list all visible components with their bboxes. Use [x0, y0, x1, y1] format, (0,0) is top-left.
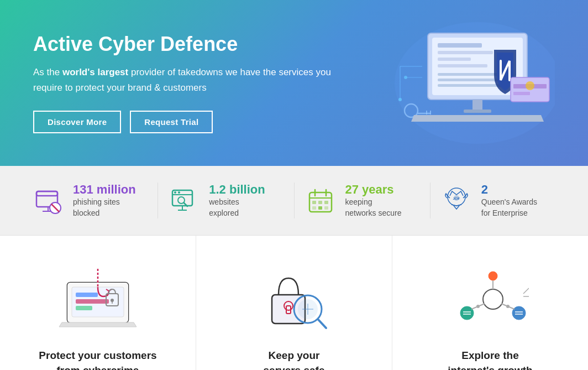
svg-point-20	[404, 76, 407, 79]
svg-rect-50	[324, 206, 328, 210]
svg-line-85	[523, 288, 529, 294]
hero-buttons: Discover More Request Trial	[33, 111, 354, 133]
stat-phishing-label: phishing sitesblocked	[73, 197, 120, 217]
stat-awards-label: Queen's Awardsfor Enterprise	[481, 197, 537, 217]
phishing-laptop-icon	[54, 263, 142, 335]
svg-point-79	[476, 305, 480, 308]
svg-rect-46	[318, 201, 322, 204]
svg-rect-48	[312, 206, 316, 210]
svg-point-35	[174, 191, 176, 194]
stat-phishing-number: 131 million	[73, 183, 136, 197]
svg-rect-3	[438, 43, 482, 48]
svg-line-69	[318, 320, 326, 328]
years-stat-icon	[306, 186, 335, 216]
stat-awards-text: 2 Queen's Awardsfor Enterprise	[481, 183, 537, 218]
card-servers: Keep yourservers safe	[196, 236, 392, 370]
svg-rect-45	[312, 201, 316, 204]
awards-stat-icon: JCIF	[442, 186, 471, 216]
lock-magnify-icon	[250, 263, 338, 335]
hero-subtitle: As the world's largest provider of taked…	[33, 65, 354, 95]
card-cybercrime-title: Protect your customersfrom cybercrime	[39, 348, 156, 370]
svg-rect-10	[473, 100, 482, 111]
stat-phishing-text: 131 million phishing sitesblocked	[73, 183, 136, 218]
svg-rect-9	[438, 84, 504, 87]
svg-rect-47	[324, 201, 328, 204]
hero-subtitle-prefix: As the	[33, 67, 62, 77]
svg-rect-5	[438, 58, 471, 61]
svg-rect-58	[76, 293, 98, 297]
hero-subtitle-bold: world's largest	[62, 67, 128, 77]
stat-websites: 1.2 billion websitesexplored	[158, 183, 294, 218]
websites-stat-icon	[169, 186, 199, 216]
phishing-stat-icon	[33, 186, 63, 216]
svg-point-74	[512, 306, 526, 320]
svg-rect-11	[464, 110, 491, 113]
svg-point-18	[398, 98, 402, 101]
stat-phishing: 131 million phishing sitesblocked	[22, 183, 158, 218]
stat-awards-number: 2	[481, 183, 537, 197]
hero-title: Active Cyber Defence	[33, 33, 354, 56]
stat-years-text: 27 years keepingnetworks secure	[345, 183, 402, 218]
network-icon	[446, 263, 534, 335]
hero-content: Active Cyber Defence As the world's larg…	[33, 33, 354, 133]
stat-websites-label: websitesexplored	[209, 197, 239, 217]
svg-rect-8	[438, 79, 498, 81]
svg-rect-49	[318, 206, 322, 210]
stat-years: 27 years keepingnetworks secure	[295, 183, 431, 218]
svg-point-72	[483, 289, 503, 309]
svg-rect-26	[36, 191, 57, 196]
svg-point-36	[178, 191, 180, 194]
stat-awards: JCIF 2 Queen's Awardsfor Enterprise	[431, 183, 566, 218]
request-trial-button[interactable]: Request Trial	[130, 111, 213, 133]
discover-more-button[interactable]: Discover More	[33, 111, 121, 133]
stat-years-number: 27 years	[345, 183, 402, 197]
svg-point-80	[506, 305, 510, 308]
svg-rect-6	[438, 64, 487, 67]
card-servers-title: Keep yourservers safe	[264, 348, 325, 370]
stat-websites-text: 1.2 billion websitesexplored	[209, 183, 265, 218]
stat-websites-number: 1.2 billion	[209, 183, 265, 197]
svg-rect-59	[76, 299, 109, 304]
cards-section: Protect your customersfrom cybercrime	[0, 236, 588, 370]
svg-point-73	[460, 306, 474, 320]
svg-rect-4	[438, 51, 493, 54]
stats-section: 131 million phishing sitesblocked 1.2 bi…	[0, 166, 588, 236]
stat-years-label: keepingnetworks secure	[345, 197, 402, 217]
card-cybercrime: Protect your customersfrom cybercrime	[0, 236, 196, 370]
card-internet: Explore theinternet's growth	[392, 236, 588, 370]
svg-rect-60	[76, 306, 92, 310]
hero-section: Active Cyber Defence As the world's larg…	[0, 0, 588, 166]
svg-point-75	[489, 272, 497, 280]
card-internet-title: Explore theinternet's growth	[448, 348, 532, 370]
hero-illustration	[367, 22, 555, 144]
svg-rect-14	[513, 92, 530, 95]
svg-text:JCIF: JCIF	[453, 197, 460, 200]
svg-point-15	[526, 81, 534, 90]
